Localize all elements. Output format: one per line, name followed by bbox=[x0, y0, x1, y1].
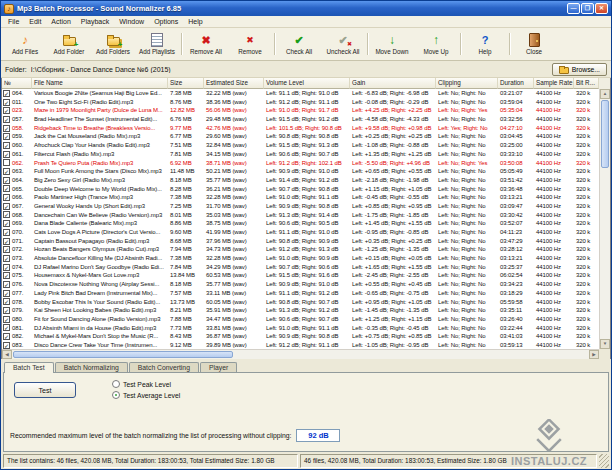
tab-player[interactable]: Player bbox=[200, 362, 237, 372]
row-checkbox[interactable]: ✓ bbox=[3, 151, 10, 158]
row-checkbox[interactable]: ✓ bbox=[3, 99, 10, 106]
table-row[interactable]: ✓061.Filtercut Flash (Radio Mix).mp37.81… bbox=[2, 150, 599, 159]
add-folder-button[interactable]: Add Folder bbox=[47, 29, 91, 59]
browse-button[interactable]: Browse... bbox=[552, 63, 607, 76]
table-row[interactable]: ✓059.Jack the Cat Mouseland (Radio Mix).… bbox=[2, 132, 599, 141]
move-down-button[interactable]: Move Down bbox=[370, 29, 414, 59]
menu-edit[interactable]: Edit bbox=[24, 17, 46, 26]
row-checkbox[interactable]: ✓ bbox=[3, 90, 10, 97]
test-button[interactable]: Test bbox=[14, 382, 76, 398]
table-row[interactable]: ✓066.Paolo Martinez High (Trance Mix).mp… bbox=[2, 193, 599, 202]
tab-batch-test[interactable]: Batch Test bbox=[4, 362, 54, 373]
column-header-2[interactable]: File Name bbox=[32, 78, 168, 89]
title-bar[interactable]: ♪ Mp3 Batch Processor - Sound Normalizer… bbox=[1, 1, 611, 16]
menu-options[interactable]: Options bbox=[149, 17, 183, 26]
table-row[interactable]: ✓073.Absolute Dancefloor Killing Me (DJ … bbox=[2, 254, 599, 263]
add-folders-button[interactable]: Add Folders bbox=[91, 29, 135, 59]
column-header-5[interactable]: Volume Level bbox=[264, 78, 350, 89]
row-checkbox[interactable]: ✓ bbox=[3, 125, 10, 132]
column-header-9[interactable]: Sample Rate bbox=[534, 78, 574, 89]
scrollbar-track[interactable] bbox=[600, 169, 610, 339]
table-row[interactable]: ✓068.Dancechain Can We Believe (Radio Ve… bbox=[2, 211, 599, 220]
table-row[interactable]: ✓082.Michael & Mykel-Mars Don't Stop the… bbox=[2, 332, 599, 341]
move-up-button[interactable]: Move Up bbox=[414, 29, 458, 59]
menu-help[interactable]: Help bbox=[183, 17, 207, 26]
row-checkbox[interactable]: ✓ bbox=[3, 133, 10, 140]
horizontal-scrollbar[interactable]: ◀ ▶ bbox=[2, 349, 599, 359]
table-row[interactable]: ✓011.One Two Eight Sci-Fi (Radio Edit).m… bbox=[2, 98, 599, 107]
horizontal-scrollbar-thumb[interactable] bbox=[13, 351, 233, 358]
table-row[interactable]: ✓079.Kai Sheen Hot Looking Babes (Radio … bbox=[2, 306, 599, 315]
column-header-10[interactable]: Bit R... bbox=[574, 78, 599, 89]
scroll-down-button[interactable]: ▼ bbox=[600, 339, 610, 349]
column-header-3[interactable]: Size bbox=[168, 78, 204, 89]
table-row[interactable]: ✓069.Dana Blade Caliente (Balearic Mix).… bbox=[2, 219, 599, 228]
check-all-button[interactable]: Check All bbox=[277, 29, 321, 59]
scroll-left-button[interactable]: ◀ bbox=[2, 350, 12, 359]
table-row[interactable]: ✓081.DJ Absinth Miami in da House (Radio… bbox=[2, 324, 599, 333]
row-checkbox[interactable] bbox=[3, 159, 10, 166]
row-checkbox[interactable]: ✓ bbox=[3, 168, 10, 175]
column-header-1[interactable]: № bbox=[2, 78, 32, 89]
column-header-7[interactable]: Clipping bbox=[436, 78, 498, 89]
minimize-button[interactable]: — bbox=[567, 3, 580, 14]
remove-button[interactable]: Remove bbox=[228, 29, 272, 59]
row-checkbox[interactable]: ✓ bbox=[3, 264, 10, 271]
maximize-button[interactable]: ❐ bbox=[581, 3, 594, 14]
row-checkbox[interactable]: ✓ bbox=[3, 177, 10, 184]
row-checkbox[interactable]: ✓ bbox=[3, 324, 10, 331]
row-checkbox[interactable]: ✓ bbox=[3, 290, 10, 297]
row-checkbox[interactable]: ✓ bbox=[3, 185, 10, 192]
menu-playback[interactable]: Playback bbox=[76, 17, 114, 26]
table-row[interactable]: ✓077.Lady Pink Bitch Bad Dream (Instrume… bbox=[2, 289, 599, 298]
row-checkbox[interactable]: ✓ bbox=[3, 229, 10, 236]
row-checkbox[interactable]: ✓ bbox=[3, 272, 10, 279]
radio-circle[interactable] bbox=[112, 391, 120, 399]
row-checkbox[interactable]: ✓ bbox=[3, 107, 10, 114]
table-row[interactable]: ✓067.General Wooky Hands Up (Short Edit)… bbox=[2, 202, 599, 211]
radio-circle[interactable] bbox=[112, 380, 120, 388]
menu-window[interactable]: Window bbox=[114, 17, 149, 26]
table-row[interactable]: ✓065.Double Deep Welcome to My World (Ra… bbox=[2, 185, 599, 194]
table-row[interactable]: ✓023.Maze in 1979 Moonlight Party (Dulce… bbox=[2, 106, 599, 115]
table-row[interactable]: ✓075.Housemaxx & Nykel-Mars Got Love.mp3… bbox=[2, 271, 599, 280]
row-checkbox[interactable]: ✓ bbox=[3, 211, 10, 218]
table-row[interactable]: ✓058.Ridgeback Time to Breathe (Breakles… bbox=[2, 124, 599, 133]
uncheck-all-button[interactable]: Uncheck All bbox=[321, 29, 365, 59]
menu-file[interactable]: File bbox=[3, 17, 24, 26]
table-row[interactable]: ✓076.Nova Discotexxe Nothing Wrong (Airp… bbox=[2, 280, 599, 289]
tab-batch-normalizing[interactable]: Batch Normalizing bbox=[55, 362, 128, 372]
row-checkbox[interactable]: ✓ bbox=[3, 246, 10, 253]
table-row[interactable]: ✓063.Full Moon Funk Among the Stars (Dis… bbox=[2, 167, 599, 176]
table-row[interactable]: ✓080.Fit for Sound Dancing Alone (Radio … bbox=[2, 315, 599, 324]
row-checkbox[interactable]: ✓ bbox=[3, 220, 10, 227]
column-header-4[interactable]: Estimated Size bbox=[204, 78, 264, 89]
row-checkbox[interactable]: ✓ bbox=[3, 116, 10, 123]
row-checkbox[interactable]: ✓ bbox=[3, 333, 10, 340]
column-header-6[interactable]: Gain bbox=[350, 78, 436, 89]
table-row[interactable]: ✓064.Big Zero Sexy Girl (Radio Mix).mp38… bbox=[2, 176, 599, 185]
resize-grip[interactable] bbox=[599, 454, 609, 468]
table-row[interactable]: ✓074.DJ Rafael Marino Don't Say Goodbye … bbox=[2, 263, 599, 272]
scrollbar-track[interactable] bbox=[234, 350, 589, 359]
table-row[interactable]: 062.Prash Te Quiero Puta (Radio Mix).mp3… bbox=[2, 159, 599, 168]
tab-batch-converting[interactable]: Batch Converting bbox=[129, 362, 199, 372]
radio-test-average-level[interactable]: Test Average Level bbox=[112, 391, 180, 399]
table-row[interactable]: ✓072.Hozan Beats Bangers Olympus (Radio … bbox=[2, 245, 599, 254]
vertical-scrollbar[interactable]: ▲ ▼ bbox=[599, 89, 610, 349]
row-checkbox[interactable]: ✓ bbox=[3, 307, 10, 314]
table-row[interactable]: ✓057.Brad Headliner The Sunset (Instrume… bbox=[2, 115, 599, 124]
row-checkbox[interactable]: ✓ bbox=[3, 255, 10, 262]
row-checkbox[interactable]: ✓ bbox=[3, 203, 10, 210]
add-files-button[interactable]: Add Files bbox=[3, 29, 47, 59]
row-checkbox[interactable]: ✓ bbox=[3, 194, 10, 201]
table-row[interactable]: ✓064.Various Boogie 2Nite (Seamus Haji B… bbox=[2, 89, 599, 98]
help-button[interactable]: Help bbox=[463, 29, 507, 59]
table-row[interactable]: ✓078.Bobby Escobar This Is Your Sound (R… bbox=[2, 298, 599, 307]
row-checkbox[interactable]: ✓ bbox=[3, 281, 10, 288]
radio-test-peak-level[interactable]: Test Peak Level bbox=[112, 380, 180, 388]
row-checkbox[interactable]: ✓ bbox=[3, 298, 10, 305]
row-checkbox[interactable]: ✓ bbox=[3, 316, 10, 323]
remove-all-button[interactable]: Remove All bbox=[184, 29, 228, 59]
add-playlists-button[interactable]: Add Playlists bbox=[135, 29, 179, 59]
